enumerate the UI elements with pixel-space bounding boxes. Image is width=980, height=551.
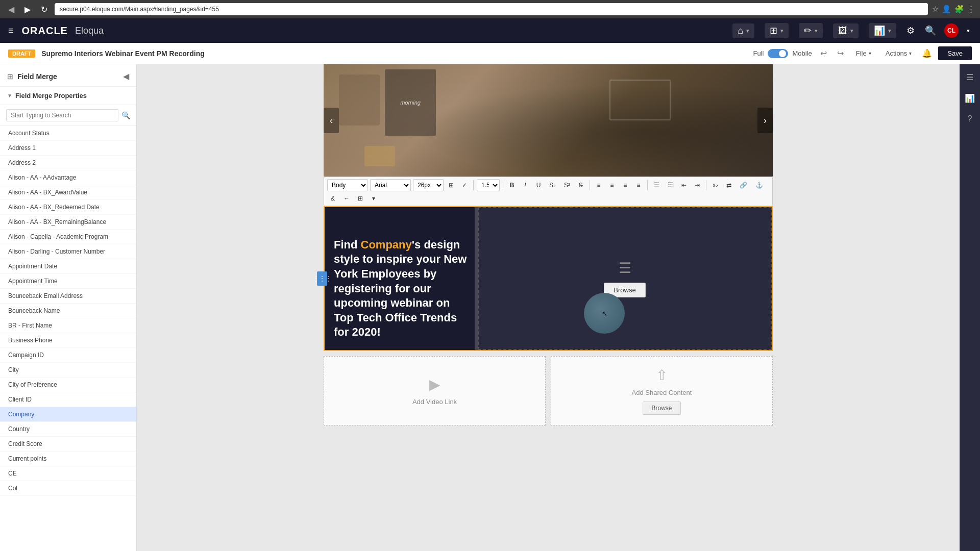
bell-icon[interactable]: 🔔 xyxy=(922,48,932,58)
forward-button[interactable]: ▶ xyxy=(21,4,34,15)
sidebar-item[interactable]: Business Phone xyxy=(0,333,136,348)
table-button[interactable]: ⊞ xyxy=(355,193,366,204)
file-menu-button[interactable]: File ▾ xyxy=(852,47,875,59)
sidebar-collapse-button[interactable]: ◀ xyxy=(123,71,129,81)
redo-button[interactable]: ↪ xyxy=(835,46,846,60)
prev-arrow-button[interactable]: ‹ xyxy=(324,108,339,133)
canvas-header: morning ‹ › xyxy=(324,64,773,177)
content-right-panel[interactable]: ☰ Browse ↖ xyxy=(478,207,772,350)
indent-in-button[interactable]: ⇥ xyxy=(692,180,703,190)
size-select[interactable]: 26px xyxy=(413,179,444,191)
strike-button[interactable]: S̶ xyxy=(575,180,586,190)
format-btn-2[interactable]: ✓ xyxy=(459,180,470,190)
toolbar-divider-4 xyxy=(647,180,648,190)
sidebar-item[interactable]: City xyxy=(0,363,136,378)
chart-nav-group[interactable]: 📊 ▾ xyxy=(869,23,896,38)
next-arrow-button[interactable]: › xyxy=(757,108,773,133)
user-dropdown-arrow[interactable]: ▾ xyxy=(965,26,972,36)
sidebar-item[interactable]: Alison - AA - BX_RemainingBalance xyxy=(0,215,136,230)
home-nav-group[interactable]: ⌂ ▾ xyxy=(732,23,754,38)
menu-icon[interactable]: ⋮ xyxy=(967,5,975,14)
sidebar-item[interactable]: Bounceback Email Address xyxy=(0,289,136,304)
ltr-button[interactable]: ← xyxy=(340,193,353,204)
list-ul-button[interactable]: ☰ xyxy=(651,180,663,190)
user-avatar[interactable]: CL xyxy=(944,23,959,38)
special-char-button[interactable]: & xyxy=(327,193,338,204)
more-button[interactable]: ▾ xyxy=(368,193,379,204)
settings-icon[interactable]: ⚙ xyxy=(904,23,917,38)
sidebar-item[interactable]: Address 1 xyxy=(0,141,136,156)
add-video-section[interactable]: ▶ Add Video Link xyxy=(324,356,546,425)
right-panel-help-icon[interactable]: ? xyxy=(965,111,975,127)
sidebar-item-ce[interactable]: CE xyxy=(0,466,136,481)
edit-nav-group[interactable]: ✏ ▾ xyxy=(799,23,823,38)
subscript-button[interactable]: x₂ xyxy=(709,180,721,190)
sidebar-item[interactable]: Credit Score xyxy=(0,437,136,452)
font-select[interactable]: Arial xyxy=(370,179,411,191)
align-center-button[interactable]: ≡ xyxy=(606,180,618,190)
format-btn-1[interactable]: ⊞ xyxy=(446,180,457,190)
sidebar-item[interactable]: Alison - AA - AAdvantage xyxy=(0,170,136,185)
sidebar-item[interactable]: City of Preference xyxy=(0,378,136,392)
indent-out-button[interactable]: ⇤ xyxy=(678,180,690,190)
style-select[interactable]: Body xyxy=(327,179,368,191)
search-icon[interactable]: 🔍 xyxy=(923,23,938,38)
anchor-button[interactable]: ⚓ xyxy=(752,180,766,190)
sidebar-item[interactable]: Address 2 xyxy=(0,156,136,170)
sidebar-item[interactable]: Campaign ID xyxy=(0,348,136,363)
search-icon[interactable]: 🔍 xyxy=(121,111,130,119)
right-panel-chart-icon[interactable]: 📊 xyxy=(962,90,978,106)
drag-handle[interactable]: ⋮⋮⋮ xyxy=(317,271,327,286)
undo-button[interactable]: ↩ xyxy=(818,46,829,60)
shared-browse-button[interactable]: Browse xyxy=(643,402,680,415)
sidebar-item[interactable]: Account Status xyxy=(0,126,136,141)
sidebar-search[interactable]: 🔍 xyxy=(0,105,136,126)
sidebar-item[interactable]: Alison - Capella - Academic Program xyxy=(0,230,136,244)
actions-menu-button[interactable]: Actions ▾ xyxy=(881,47,916,59)
grid-nav-group[interactable]: ⊞ ▾ xyxy=(765,23,789,38)
extensions-icon[interactable]: 🧩 xyxy=(954,5,964,14)
content-text[interactable]: Find Company's design style to inspire y… xyxy=(334,238,469,340)
sidebar-item[interactable]: Alison - Darling - Customer Number xyxy=(0,244,136,259)
link-button[interactable]: 🔗 xyxy=(737,180,750,190)
search-input[interactable] xyxy=(6,109,118,121)
sidebar-item-company[interactable]: Company xyxy=(0,407,136,422)
view-toggle[interactable]: Full Mobile xyxy=(753,49,812,58)
sub-button[interactable]: S₂ xyxy=(546,180,559,190)
grid-nav-arrow: ▾ xyxy=(780,28,783,34)
hamburger-icon[interactable]: ≡ xyxy=(8,26,14,36)
sidebar-item[interactable]: Bounceback Name xyxy=(0,304,136,318)
profile-icon[interactable]: 👤 xyxy=(942,5,951,14)
sup-button[interactable]: S² xyxy=(561,180,573,190)
toggle-track[interactable] xyxy=(768,49,788,58)
sidebar-item[interactable]: Alison - AA - BX_Redeemed Date xyxy=(0,200,136,215)
sidebar-list: Account Status Address 1 Address 2 Aliso… xyxy=(0,126,136,551)
refresh-button[interactable]: ↻ xyxy=(38,4,51,15)
bold-button[interactable]: B xyxy=(506,180,518,190)
sidebar-item[interactable]: BR - First Name xyxy=(0,318,136,333)
rtl-button[interactable]: ⇄ xyxy=(723,180,734,190)
sidebar-item-col[interactable]: Col xyxy=(0,481,136,496)
address-bar[interactable]: secure.p04.eloqua.com/Main.aspx#landing_… xyxy=(55,3,928,15)
sidebar-item[interactable]: Appointment Time xyxy=(0,274,136,289)
align-justify-button[interactable]: ≡ xyxy=(633,180,644,190)
content-left-panel[interactable]: ⋮⋮⋮ ⧉ 🗑 Find Company's design style to i… xyxy=(325,207,478,350)
sidebar-item[interactable]: Country xyxy=(0,422,136,437)
italic-button[interactable]: I xyxy=(520,180,531,190)
sidebar-item[interactable]: Client ID xyxy=(0,392,136,407)
align-right-button[interactable]: ≡ xyxy=(620,180,631,190)
sidebar-item[interactable]: Current points xyxy=(0,452,136,466)
back-button[interactable]: ◀ xyxy=(5,4,17,15)
sidebar-item[interactable]: Appointment Date xyxy=(0,259,136,274)
list-ol-button[interactable]: ☰ xyxy=(665,180,676,190)
sidebar-item[interactable]: Alison - AA - BX_AwardValue xyxy=(0,185,136,200)
align-left-button[interactable]: ≡ xyxy=(593,180,604,190)
right-panel-pages-icon[interactable]: ☰ xyxy=(963,69,976,85)
line-height-select[interactable]: 1.5 xyxy=(477,179,500,191)
image-nav-group[interactable]: 🖼 ▾ xyxy=(833,23,859,38)
add-shared-content-section[interactable]: ⇧ Add Shared Content Browse xyxy=(551,356,773,425)
save-button[interactable]: Save xyxy=(938,46,972,60)
star-icon[interactable]: ☆ xyxy=(932,5,939,14)
draft-badge: DRAFT xyxy=(8,49,35,58)
underline-button[interactable]: U xyxy=(533,180,544,190)
